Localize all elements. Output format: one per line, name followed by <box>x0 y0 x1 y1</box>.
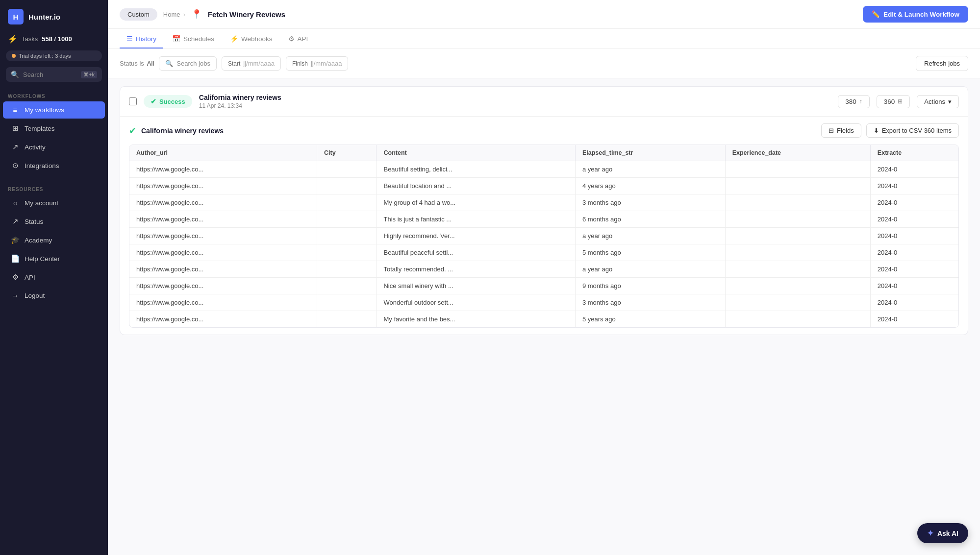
stat1-value: 380 <box>845 98 856 105</box>
table-row[interactable]: https://www.google.co...Nice small winer… <box>129 278 958 294</box>
cell-row2-col1 <box>317 194 377 211</box>
tasks-icon: ⚡ <box>8 34 18 44</box>
table-row[interactable]: https://www.google.co...Totally recommen… <box>129 261 958 278</box>
col-city: City <box>317 145 377 161</box>
cell-row9-col1 <box>317 311 377 328</box>
cell-row2-col5: 2024-0 <box>870 194 958 211</box>
cell-row2-col2: My group of 4 had a wo... <box>377 194 575 211</box>
cell-row1-col3: 4 years ago <box>575 178 725 194</box>
cell-row5-col4 <box>725 244 870 261</box>
table-row[interactable]: https://www.google.co...My favorite and … <box>129 311 958 328</box>
tab-webhooks-label: Webhooks <box>241 35 273 43</box>
cell-row8-col0: https://www.google.co... <box>129 294 317 311</box>
sidebar-item-my-workflows[interactable]: ≡ My workflows <box>3 101 105 119</box>
trial-text: Trial days left : 3 days <box>19 53 71 59</box>
table-row[interactable]: https://www.google.co...My group of 4 ha… <box>129 194 958 211</box>
status-badge: ✔ Success <box>144 95 192 108</box>
col-experience-date: Experience_date <box>725 145 870 161</box>
content-area: ✔ Success California winery reviews 11 A… <box>108 78 980 555</box>
custom-badge[interactable]: Custom <box>120 8 157 21</box>
trial-dot <box>12 54 16 58</box>
sidebar-item-label: Logout <box>25 292 45 299</box>
sidebar-item-status[interactable]: ↗ Status <box>3 213 105 230</box>
cell-row5-col2: Beautiful peaceful setti... <box>377 244 575 261</box>
cell-row6-col1 <box>317 261 377 278</box>
cell-row5-col5: 2024-0 <box>870 244 958 261</box>
cell-row1-col1 <box>317 178 377 194</box>
refresh-jobs-button[interactable]: Refresh jobs <box>916 56 968 71</box>
stat1-icon: ↑ <box>859 98 862 105</box>
integrations-icon: ⊙ <box>11 161 20 170</box>
search-bar[interactable]: 🔍 Search ⌘+k <box>6 67 102 82</box>
table-row[interactable]: https://www.google.co...Wonderful outdoo… <box>129 294 958 311</box>
cell-row2-col4 <box>725 194 870 211</box>
ask-ai-button[interactable]: ✦ Ask AI <box>917 523 968 543</box>
cell-row5-col1 <box>317 244 377 261</box>
search-kbd: ⌘+k <box>81 71 97 78</box>
tab-webhooks[interactable]: ⚡ Webhooks <box>223 29 279 48</box>
cell-row7-col2: Nice small winery with ... <box>377 278 575 294</box>
cell-row0-col4 <box>725 161 870 178</box>
status-filter-value: All <box>147 60 154 67</box>
sidebar-item-label: Status <box>25 218 43 225</box>
breadcrumb-home[interactable]: Home <box>163 11 180 18</box>
cell-row7-col3: 9 months ago <box>575 278 725 294</box>
workflows-section-label: WORKFLOWS <box>0 90 108 101</box>
edit-launch-button[interactable]: ✏️ Edit & Launch Workflow <box>863 6 968 23</box>
table-row[interactable]: https://www.google.co...Highly recommend… <box>129 228 958 244</box>
brand-name: Hunter.io <box>28 13 60 21</box>
sidebar-item-integrations[interactable]: ⊙ Integrations <box>3 157 105 174</box>
cell-row3-col2: This is just a fantastic ... <box>377 211 575 228</box>
cell-row8-col1 <box>317 294 377 311</box>
fields-button[interactable]: ⊟ Fields <box>821 123 861 138</box>
cell-row6-col2: Totally recommended. ... <box>377 261 575 278</box>
start-date-input[interactable]: Start jj/mm/aaaa <box>222 56 281 71</box>
sidebar-item-label: Templates <box>25 125 55 132</box>
sidebar-item-api[interactable]: ⚙ API <box>3 268 105 286</box>
cell-row9-col2: My favorite and the bes... <box>377 311 575 328</box>
cell-row7-col4 <box>725 278 870 294</box>
actions-button[interactable]: Actions ▾ <box>917 95 959 108</box>
cell-row3-col3: 6 months ago <box>575 211 725 228</box>
cell-row0-col5: 2024-0 <box>870 161 958 178</box>
cell-row1-col4 <box>725 178 870 194</box>
cell-row9-col4 <box>725 311 870 328</box>
cell-row4-col1 <box>317 228 377 244</box>
table-row[interactable]: https://www.google.co...Beautiful locati… <box>129 178 958 194</box>
tab-api[interactable]: ⚙ API <box>281 29 315 48</box>
job-checkbox[interactable] <box>129 97 137 105</box>
table-row[interactable]: https://www.google.co...Beautiful settin… <box>129 161 958 178</box>
sidebar-item-label: My account <box>25 199 58 207</box>
tab-schedules-label: Schedules <box>183 35 214 43</box>
map-icon: 📍 <box>191 9 202 20</box>
cell-row6-col5: 2024-0 <box>870 261 958 278</box>
cell-row6-col3: a year ago <box>575 261 725 278</box>
cell-row7-col0: https://www.google.co... <box>129 278 317 294</box>
expanded-check-icon: ✔ <box>129 125 136 136</box>
sidebar-item-templates[interactable]: ⊞ Templates <box>3 120 105 137</box>
sidebar-item-help-center[interactable]: 📄 Help Center <box>3 250 105 267</box>
cell-row1-col5: 2024-0 <box>870 178 958 194</box>
job-stat-count2: 360 ⊞ <box>877 95 910 108</box>
table-row[interactable]: https://www.google.co...This is just a f… <box>129 211 958 228</box>
status-filter[interactable]: Status is All <box>120 60 154 67</box>
tab-schedules[interactable]: 📅 Schedules <box>165 29 221 48</box>
cell-row9-col0: https://www.google.co... <box>129 311 317 328</box>
sidebar-item-my-account[interactable]: ○ My account <box>3 194 105 212</box>
cell-row4-col4 <box>725 228 870 244</box>
history-icon: ☰ <box>126 35 133 43</box>
export-csv-button[interactable]: ⬇ Export to CSV 360 items <box>866 123 959 138</box>
tasks-bar: ⚡ Tasks 558 / 1000 <box>0 31 108 48</box>
table-row[interactable]: https://www.google.co...Beautiful peacef… <box>129 244 958 261</box>
search-jobs-input[interactable]: 🔍 Search jobs <box>159 56 217 71</box>
col-extracted: Extracte <box>870 145 958 161</box>
actions-chevron-icon: ▾ <box>948 98 952 105</box>
finish-date-input[interactable]: Finish jj/mm/aaaa <box>286 56 349 71</box>
sidebar-item-label: Academy <box>25 237 52 244</box>
sidebar-item-academy[interactable]: 🎓 Academy <box>3 231 105 249</box>
sidebar-item-logout[interactable]: → Logout <box>3 287 105 304</box>
tab-history[interactable]: ☰ History <box>120 29 163 48</box>
sidebar-item-activity[interactable]: ↗ Activity <box>3 138 105 156</box>
help-center-icon: 📄 <box>11 254 20 263</box>
breadcrumb-arrow: › <box>183 11 185 18</box>
